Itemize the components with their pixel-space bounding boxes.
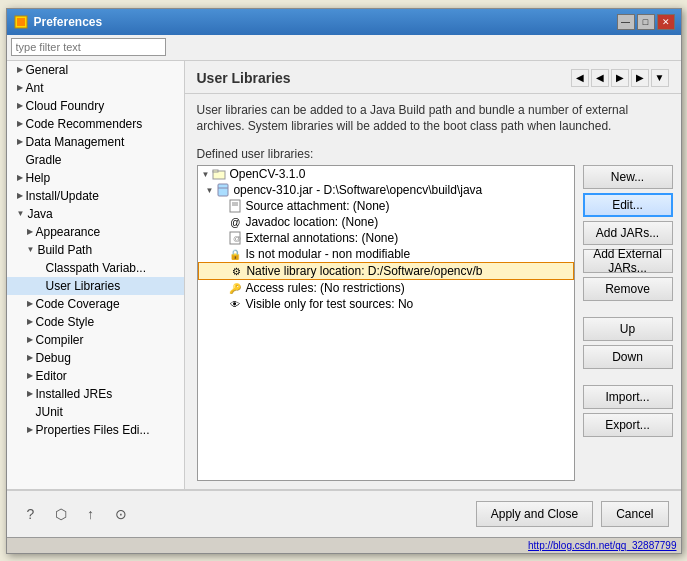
spacer2: [583, 373, 673, 381]
footer-left-icons: ? ⬡ ↑ ⊙: [19, 502, 133, 526]
tree-item-opencv-root[interactable]: ▼ OpenCV-3.1.0: [198, 166, 574, 182]
cancel-button[interactable]: Cancel: [601, 501, 668, 527]
apply-close-button[interactable]: Apply and Close: [476, 501, 593, 527]
tree-item-native-lib[interactable]: ▼ ⚙ Native library location: D:/Software…: [198, 262, 574, 280]
tree-item-label: Source attachment: (None): [245, 199, 389, 213]
up-button[interactable]: Up: [583, 317, 673, 341]
panel-header: User Libraries ◀ ◀ ▶ ▶ ▼: [185, 61, 681, 94]
sidebar-item-java[interactable]: ▼ Java: [7, 205, 184, 223]
close-button[interactable]: ✕: [657, 14, 675, 30]
window-title: Preferences: [34, 15, 617, 29]
arrow-icon: ▶: [27, 425, 33, 434]
sidebar-item-user-libraries[interactable]: ▶ User Libraries: [7, 277, 184, 295]
tree-item-label: Is not modular - non modifiable: [245, 247, 410, 261]
edit-button[interactable]: Edit...: [583, 193, 673, 217]
defined-label: Defined user libraries:: [185, 143, 681, 165]
sidebar-item-help[interactable]: ▶ Help: [7, 169, 184, 187]
access-icon: 🔑: [228, 281, 242, 295]
arrow-icon: ▶: [17, 119, 23, 128]
status-link: http://blog.csdn.net/qq_32887799: [528, 540, 676, 551]
expand-icon: ▼: [206, 186, 214, 195]
tree-item-label: Native library location: D:/Software/ope…: [246, 264, 482, 278]
right-panel: User Libraries ◀ ◀ ▶ ▶ ▼ User libraries …: [185, 61, 681, 489]
folder-icon: [212, 167, 226, 181]
status-bar: http://blog.csdn.net/qq_32887799: [7, 537, 681, 553]
jar-icon: [216, 183, 230, 197]
sidebar-item-code-coverage[interactable]: ▶ Code Coverage: [7, 295, 184, 313]
tree-area[interactable]: ▼ OpenCV-3.1.0 ▼ opencv-310.jar - D:\Sof…: [197, 165, 575, 480]
tree-item-opencv-jar[interactable]: ▼ opencv-310.jar - D:\Software\opencv\bu…: [198, 182, 574, 198]
lock-icon: 🔒: [228, 247, 242, 261]
down-button[interactable]: Down: [583, 345, 673, 369]
minimize-button[interactable]: —: [617, 14, 635, 30]
arrow-icon: ▶: [27, 227, 33, 236]
expand-icon: ▼: [202, 170, 210, 179]
tree-item-access-rules[interactable]: ▼ 🔑 Access rules: (No restrictions): [198, 280, 574, 296]
sidebar-item-code-recommenders[interactable]: ▶ Code Recommenders: [7, 115, 184, 133]
sidebar-item-install-update[interactable]: ▶ Install/Update: [7, 187, 184, 205]
footer-bar: ? ⬡ ↑ ⊙ Apply and Close Cancel: [7, 489, 681, 537]
maximize-button[interactable]: □: [637, 14, 655, 30]
svg-text:@: @: [233, 234, 241, 243]
tree-item-ext-annotations[interactable]: ▼ @ External annotations: (None): [198, 230, 574, 246]
arrow-icon: ▶: [17, 101, 23, 110]
help-icon-button[interactable]: ?: [19, 502, 43, 526]
sidebar-item-junit[interactable]: ▶ JUnit: [7, 403, 184, 421]
panel-title: User Libraries: [197, 70, 291, 86]
forward-button2[interactable]: ▶: [631, 69, 649, 87]
tree-item-not-modular[interactable]: ▼ 🔒 Is not modular - non modifiable: [198, 246, 574, 262]
main-content: ▶ General ▶ Ant ▶ Cloud Foundry ▶ Code R…: [7, 61, 681, 489]
spacer: [583, 305, 673, 313]
tree-item-label: opencv-310.jar - D:\Software\opencv\buil…: [233, 183, 482, 197]
arrow-icon: ▼: [17, 209, 25, 218]
filter-input[interactable]: [11, 38, 166, 56]
forward-button[interactable]: ▶: [611, 69, 629, 87]
back-button2[interactable]: ◀: [591, 69, 609, 87]
sidebar-item-compiler[interactable]: ▶ Compiler: [7, 331, 184, 349]
tree-item-visible-only[interactable]: ▼ 👁 Visible only for test sources: No: [198, 296, 574, 312]
tree-item-label: Visible only for test sources: No: [245, 297, 413, 311]
sidebar-item-gradle[interactable]: ▶ Gradle: [7, 151, 184, 169]
javadoc-icon: @: [228, 215, 242, 229]
annotation-icon: @: [228, 231, 242, 245]
arrow-icon: ▶: [27, 353, 33, 362]
arrow-icon: ▶: [27, 335, 33, 344]
tree-item-javadoc[interactable]: ▼ @ Javadoc location: (None): [198, 214, 574, 230]
sidebar-item-installed-jres[interactable]: ▶ Installed JREs: [7, 385, 184, 403]
remove-button[interactable]: Remove: [583, 277, 673, 301]
sidebar-item-editor[interactable]: ▶ Editor: [7, 367, 184, 385]
add-jars-button[interactable]: Add JARs...: [583, 221, 673, 245]
tree-item-label: OpenCV-3.1.0: [229, 167, 305, 181]
arrow-icon: ▶: [27, 299, 33, 308]
export-prefs-button[interactable]: ↑: [79, 502, 103, 526]
sidebar-item-debug[interactable]: ▶ Debug: [7, 349, 184, 367]
import-prefs-button[interactable]: ⊙: [109, 502, 133, 526]
sidebar-item-cloud-foundry[interactable]: ▶ Cloud Foundry: [7, 97, 184, 115]
arrow-icon: ▶: [27, 317, 33, 326]
sidebar-item-classpath-variables[interactable]: ▶ Classpath Variab...: [7, 259, 184, 277]
tree-item-label: External annotations: (None): [245, 231, 398, 245]
sidebar-item-appearance[interactable]: ▶ Appearance: [7, 223, 184, 241]
sidebar-item-general[interactable]: ▶ General: [7, 61, 184, 79]
arrow-icon: ▶: [17, 191, 23, 200]
sidebar-item-properties-files-editor[interactable]: ▶ Properties Files Edi...: [7, 421, 184, 439]
sidebar-item-ant[interactable]: ▶ Ant: [7, 79, 184, 97]
add-external-jars-button[interactable]: Add External JARs...: [583, 249, 673, 273]
svg-rect-4: [218, 184, 228, 196]
import-button[interactable]: Import...: [583, 385, 673, 409]
arrow-icon: ▶: [27, 371, 33, 380]
visible-icon: 👁: [228, 297, 242, 311]
tree-item-label: Access rules: (No restrictions): [245, 281, 404, 295]
tree-item-source-attach[interactable]: ▼ Source attachment: (None): [198, 198, 574, 214]
arrow-icon: ▼: [27, 245, 35, 254]
sidebar-item-data-management[interactable]: ▶ Data Management: [7, 133, 184, 151]
arrow-icon: ▶: [17, 137, 23, 146]
svg-rect-3: [213, 170, 218, 172]
back-button[interactable]: ◀: [571, 69, 589, 87]
new-button[interactable]: New...: [583, 165, 673, 189]
sidebar-item-build-path[interactable]: ▼ Build Path: [7, 241, 184, 259]
restore-defaults-button[interactable]: ⬡: [49, 502, 73, 526]
menu-button[interactable]: ▼: [651, 69, 669, 87]
export-button[interactable]: Export...: [583, 413, 673, 437]
sidebar-item-code-style[interactable]: ▶ Code Style: [7, 313, 184, 331]
